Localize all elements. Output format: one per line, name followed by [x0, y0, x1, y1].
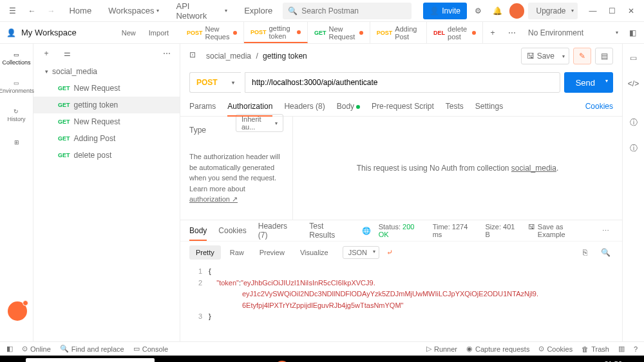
rail-collections[interactable]: ▭Collections — [0, 49, 33, 68]
avatar[interactable] — [509, 3, 525, 19]
auth-learn-link[interactable]: authorization ↗ — [189, 195, 238, 203]
search-response-icon[interactable]: 🔍 — [598, 245, 613, 260]
sb-console[interactable]: ▭ Console — [133, 345, 168, 353]
resp-more-icon[interactable]: ⋯ — [598, 223, 613, 238]
sb-find[interactable]: 🔍 Find and replace — [60, 345, 124, 353]
breadcrumb[interactable]: social_media / getting token — [206, 52, 307, 61]
hamburger-icon[interactable]: ☰ — [5, 3, 21, 19]
request-tab[interactable]: POSTAdding Post — [370, 22, 427, 43]
url-input[interactable] — [245, 72, 560, 93]
send-button[interactable]: Send — [564, 72, 613, 93]
sb-cookies[interactable]: ⊙ Cookies — [538, 345, 573, 353]
tree-request[interactable]: GETgetting token — [33, 97, 180, 113]
global-search[interactable]: 🔍 — [283, 3, 412, 19]
sb-runner[interactable]: ▷ Runner — [426, 345, 457, 353]
close-icon[interactable]: ✕ — [623, 3, 639, 19]
response-body[interactable]: 1{ 2 "token": "eyJhbGciOiJIUzI1NiIsInR5c… — [180, 263, 622, 325]
tb-explorer-icon[interactable]: 📁 — [224, 356, 247, 362]
tb-postman-icon[interactable] — [270, 356, 294, 362]
sidebar-more-icon[interactable]: ⋯ — [159, 46, 175, 61]
rail-more[interactable]: ⊞ — [12, 137, 22, 148]
tb-app-icon[interactable]: 🟦 — [294, 356, 317, 362]
workspace-name[interactable]: My Workspace — [21, 28, 77, 37]
request-tab[interactable]: GETNew Request — [308, 22, 370, 43]
forward-icon[interactable]: → — [44, 3, 59, 19]
tree-request[interactable]: GETNew Request — [33, 113, 180, 130]
related-icon[interactable]: ⓘ — [626, 140, 641, 156]
tb-edge-icon[interactable]: 🔵 — [201, 356, 224, 362]
view-pretty[interactable]: Pretty — [189, 245, 221, 260]
rail-history[interactable]: ↻History — [5, 106, 28, 125]
tree-request[interactable]: GETdelete post — [33, 147, 180, 164]
sb-online[interactable]: ⊙ Online — [22, 345, 51, 353]
tab-prerequest[interactable]: Pre-request Script — [372, 97, 434, 116]
tb-mail-icon[interactable]: ✉️ — [247, 356, 270, 362]
view-visualize[interactable]: Visualize — [294, 245, 335, 260]
tree-request[interactable]: GETNew Request — [33, 80, 180, 97]
tab-overflow-icon[interactable]: ⋯ — [502, 28, 522, 37]
sb-sidebar-icon[interactable]: ◧ — [6, 345, 13, 353]
edit-icon[interactable]: ✎ — [573, 48, 591, 64]
environment-select[interactable]: No Environment▾ — [522, 28, 625, 37]
auth-type-select[interactable]: Inherit au...▾ — [236, 114, 283, 132]
tab-body[interactable]: Body — [337, 97, 360, 116]
request-tab[interactable]: DELdelete post — [427, 22, 483, 43]
tb-cortana-icon[interactable]: 🦦 — [155, 356, 178, 362]
add-tab-button[interactable]: + — [483, 28, 502, 37]
view-raw[interactable]: Raw — [223, 245, 251, 260]
globe-icon[interactable]: 🌐 — [362, 227, 371, 235]
tree-request[interactable]: GETAdding Post — [33, 130, 180, 147]
sb-trash[interactable]: 🗑 Trash — [582, 345, 609, 353]
maximize-icon[interactable]: ☐ — [604, 3, 620, 19]
comment-icon[interactable]: ▤ — [595, 48, 613, 64]
settings-icon[interactable]: ⚙ — [471, 3, 486, 19]
request-tab[interactable]: POSTNew Reques — [180, 22, 244, 43]
tb-taskview-icon[interactable]: ⊞ — [178, 356, 201, 362]
windows-start[interactable] — [3, 356, 26, 362]
resp-tab-cookies[interactable]: Cookies — [218, 221, 246, 240]
resp-tab-body[interactable]: Body — [189, 221, 207, 240]
new-button[interactable]: New — [117, 26, 141, 39]
tab-headers[interactable]: Headers (8) — [284, 97, 325, 116]
view-preview[interactable]: Preview — [253, 245, 291, 260]
postman-logo[interactable] — [8, 301, 27, 321]
resp-tab-tests[interactable]: Test Results — [309, 216, 350, 245]
save-button[interactable]: 🖫Save — [521, 48, 569, 64]
nav-api-network[interactable]: API Network▾ — [169, 1, 234, 21]
search-input[interactable] — [301, 6, 406, 15]
nav-workspaces[interactable]: Workspaces▾ — [102, 6, 166, 15]
format-select[interactable]: JSON — [343, 246, 379, 259]
env-quicklook-icon[interactable]: ◧ — [625, 25, 640, 41]
code-icon[interactable]: </> — [626, 76, 641, 91]
docs-icon[interactable]: ▭ — [626, 50, 641, 66]
tab-authorization[interactable]: Authorization — [227, 97, 272, 116]
tree-collection[interactable]: ▾ social_media — [33, 63, 180, 80]
sb-help-icon[interactable]: ? — [634, 345, 638, 353]
sb-panes-icon[interactable]: ▥ — [618, 345, 625, 353]
add-collection-icon[interactable]: + — [39, 46, 54, 61]
wrap-icon[interactable]: ⤶ — [382, 245, 397, 260]
request-tab[interactable]: POSTgetting token — [244, 22, 308, 43]
tb-vscode-icon[interactable]: 🟦 — [340, 356, 363, 362]
minimize-icon[interactable]: — — [585, 3, 601, 19]
rail-environments[interactable]: ▭Environments — [0, 77, 37, 97]
auth-collection-link[interactable]: social_media — [511, 164, 556, 173]
back-icon[interactable]: ← — [24, 3, 40, 19]
import-button[interactable]: Import — [144, 26, 174, 39]
tb-chrome-icon[interactable]: 🌐 — [317, 356, 340, 362]
tab-tests[interactable]: Tests — [446, 97, 464, 116]
copy-icon[interactable]: ⎘ — [577, 245, 592, 260]
save-example-button[interactable]: 🖫Save as Example — [528, 223, 591, 238]
upgrade-button[interactable]: Upgrade — [528, 3, 577, 19]
invite-button[interactable]: 👤Invite — [423, 3, 467, 19]
filter-icon[interactable]: ⚌ — [59, 46, 75, 61]
windows-search[interactable]: 🔍 Type here to search — [26, 358, 155, 362]
method-select[interactable]: POST▾ — [189, 72, 241, 93]
tab-params[interactable]: Params — [189, 97, 216, 116]
nav-home[interactable]: Home — [62, 6, 98, 15]
info-icon[interactable]: ⓘ — [626, 115, 641, 130]
nav-explore[interactable]: Explore — [238, 6, 279, 15]
resp-tab-headers[interactable]: Headers (7) — [258, 216, 298, 245]
sb-capture[interactable]: ◉ Capture requests — [466, 345, 529, 353]
tab-settings[interactable]: Settings — [475, 97, 503, 116]
